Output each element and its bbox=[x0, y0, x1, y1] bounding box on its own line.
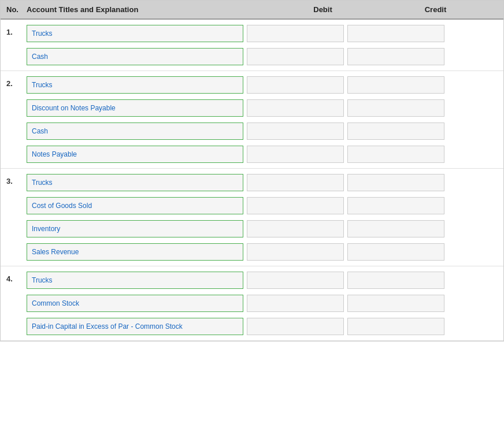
debit-input-4-1[interactable] bbox=[247, 295, 344, 312]
account-input-3-0[interactable] bbox=[27, 174, 243, 191]
section-4: 4. bbox=[1, 266, 503, 341]
entry-row-4-0 bbox=[27, 270, 503, 291]
debit-input-1-1[interactable] bbox=[247, 48, 344, 65]
credit-input-1-1[interactable] bbox=[347, 48, 444, 65]
table-header: No. Account Titles and Explanation Debit… bbox=[1, 1, 503, 20]
section-number-2: 2. bbox=[1, 75, 27, 88]
credit-input-4-1[interactable] bbox=[347, 295, 444, 312]
sections-container: 1.2.3.4. bbox=[1, 20, 503, 341]
account-input-4-2[interactable] bbox=[27, 318, 243, 335]
header-debit: Debit bbox=[266, 5, 379, 14]
credit-input-1-0[interactable] bbox=[347, 25, 444, 42]
entry-row-3-1 bbox=[27, 195, 503, 216]
entry-row-4-1 bbox=[27, 293, 503, 314]
debit-input-2-2[interactable] bbox=[247, 122, 344, 140]
debit-input-2-0[interactable] bbox=[247, 76, 344, 94]
account-input-3-3[interactable] bbox=[27, 243, 243, 261]
credit-input-2-3[interactable] bbox=[347, 146, 444, 163]
entry-row-1-0 bbox=[27, 23, 503, 44]
header-no: No. bbox=[1, 5, 27, 14]
section-number-4: 4. bbox=[1, 270, 27, 283]
debit-input-4-0[interactable] bbox=[247, 272, 344, 289]
entry-row-3-2 bbox=[27, 218, 503, 239]
account-input-3-1[interactable] bbox=[27, 197, 243, 214]
account-input-1-1[interactable] bbox=[27, 48, 243, 65]
entry-row-1-1 bbox=[27, 46, 503, 67]
entry-row-2-3 bbox=[27, 144, 503, 165]
credit-input-2-0[interactable] bbox=[347, 76, 444, 94]
header-credit: Credit bbox=[379, 5, 492, 14]
debit-input-2-3[interactable] bbox=[247, 146, 344, 163]
debit-input-3-0[interactable] bbox=[247, 174, 344, 191]
section-rows-1 bbox=[27, 23, 503, 67]
account-input-2-0[interactable] bbox=[27, 76, 243, 94]
section-number-3: 3. bbox=[1, 172, 27, 185]
account-input-2-3[interactable] bbox=[27, 146, 243, 163]
debit-input-4-2[interactable] bbox=[247, 318, 344, 335]
entry-row-2-0 bbox=[27, 75, 503, 95]
section-rows-3 bbox=[27, 172, 503, 262]
entry-row-2-2 bbox=[27, 121, 503, 142]
section-rows-2 bbox=[27, 75, 503, 165]
account-input-4-0[interactable] bbox=[27, 272, 243, 289]
debit-input-3-2[interactable] bbox=[247, 220, 344, 237]
account-input-1-0[interactable] bbox=[27, 25, 243, 42]
section-number-1: 1. bbox=[1, 23, 27, 36]
section-1: 1. bbox=[1, 20, 503, 71]
entry-row-4-2 bbox=[27, 316, 503, 337]
section-2: 2. bbox=[1, 71, 503, 169]
credit-input-3-1[interactable] bbox=[347, 197, 444, 214]
account-input-2-1[interactable] bbox=[27, 99, 243, 117]
entry-row-2-1 bbox=[27, 98, 503, 118]
credit-input-3-2[interactable] bbox=[347, 220, 444, 237]
debit-input-1-0[interactable] bbox=[247, 25, 344, 42]
credit-input-4-0[interactable] bbox=[347, 272, 444, 289]
header-account: Account Titles and Explanation bbox=[27, 5, 266, 14]
section-rows-4 bbox=[27, 270, 503, 337]
section-3: 3. bbox=[1, 169, 503, 266]
credit-input-4-2[interactable] bbox=[347, 318, 444, 335]
debit-input-2-1[interactable] bbox=[247, 99, 344, 117]
entry-row-3-3 bbox=[27, 242, 503, 262]
credit-input-2-1[interactable] bbox=[347, 99, 444, 117]
main-table: No. Account Titles and Explanation Debit… bbox=[0, 0, 504, 341]
entry-row-3-0 bbox=[27, 172, 503, 193]
credit-input-3-0[interactable] bbox=[347, 174, 444, 191]
credit-input-2-2[interactable] bbox=[347, 122, 444, 140]
account-input-3-2[interactable] bbox=[27, 220, 243, 237]
account-input-4-1[interactable] bbox=[27, 295, 243, 312]
debit-input-3-3[interactable] bbox=[247, 243, 344, 261]
account-input-2-2[interactable] bbox=[27, 122, 243, 140]
debit-input-3-1[interactable] bbox=[247, 197, 344, 214]
credit-input-3-3[interactable] bbox=[347, 243, 444, 261]
